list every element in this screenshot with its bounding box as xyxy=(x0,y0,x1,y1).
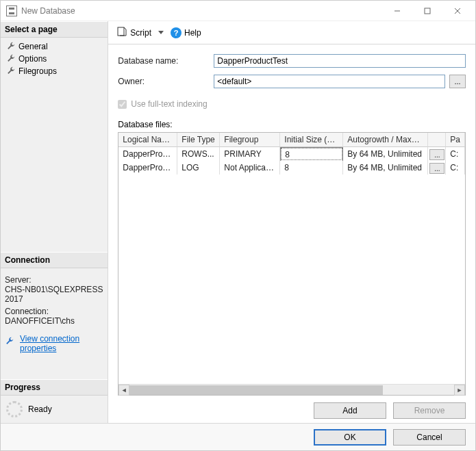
scroll-thumb[interactable] xyxy=(129,385,382,395)
connection-box: Server: CHS-NB01\SQLEXPRESS2017 Connecti… xyxy=(1,268,108,359)
page-list: General Options Filegroups xyxy=(1,38,108,80)
titlebar: New Database xyxy=(1,1,475,21)
col-filegroup[interactable]: Filegroup xyxy=(220,133,280,147)
col-path[interactable]: Pa xyxy=(446,133,465,147)
page-item-label: Options xyxy=(18,54,47,64)
cell-type[interactable]: ROWS... xyxy=(177,147,220,161)
cell-name[interactable]: DapperProd... xyxy=(118,161,177,175)
ok-button[interactable]: OK xyxy=(314,429,386,446)
scroll-track[interactable] xyxy=(129,385,454,395)
cell-type[interactable]: LOG xyxy=(177,161,220,175)
cancel-label: Cancel xyxy=(416,433,442,442)
chevron-down-icon[interactable] xyxy=(158,31,164,34)
right-panel: Script ? Help Database name: Owner: ... … xyxy=(108,21,475,423)
maximize-button[interactable] xyxy=(412,1,442,21)
cell-name[interactable]: DapperProd... xyxy=(118,147,177,161)
cell-filegroup[interactable]: Not Applicable xyxy=(220,161,280,175)
db-name-label: Database name: xyxy=(118,56,214,66)
wrench-icon xyxy=(6,42,16,51)
close-button[interactable] xyxy=(442,1,473,21)
remove-label: Remove xyxy=(414,406,445,415)
server-label: Server: xyxy=(5,275,103,285)
app-icon xyxy=(6,5,17,16)
table-row[interactable]: DapperProd... LOG Not Applicable 8 By 64… xyxy=(118,161,465,175)
view-connection-properties-link[interactable]: View connection properties xyxy=(20,334,103,353)
connection-heading: Connection xyxy=(1,252,108,268)
cell-filegroup[interactable]: PRIMARY xyxy=(220,147,280,161)
connection-value: DANOFFICEIT\chs xyxy=(5,316,103,326)
wrench-icon xyxy=(5,337,14,346)
minimize-button[interactable] xyxy=(382,1,412,21)
cell-grow-button[interactable]: ... xyxy=(428,161,446,175)
progress-spinner-icon xyxy=(6,401,23,417)
cell-path[interactable]: C: xyxy=(446,161,465,175)
cell-size[interactable]: 8 xyxy=(280,147,343,161)
page-item-label: Filegroups xyxy=(18,66,57,76)
scroll-right-arrow-icon[interactable]: ► xyxy=(454,385,465,396)
ok-label: OK xyxy=(344,433,355,442)
remove-button[interactable]: Remove xyxy=(393,402,466,419)
cancel-button[interactable]: Cancel xyxy=(393,429,466,446)
cell-size[interactable]: 8 xyxy=(280,161,343,175)
help-label: Help xyxy=(184,28,201,38)
cell-grow-button[interactable]: ... xyxy=(428,147,446,161)
left-panel: Select a page General Options Filegroups… xyxy=(1,21,108,423)
owner-input[interactable] xyxy=(214,75,445,88)
fulltext-label: Use full-text indexing xyxy=(131,99,207,109)
svg-rect-4 xyxy=(118,27,124,36)
progress-box: Ready xyxy=(1,396,108,423)
help-button[interactable]: ? Help xyxy=(168,26,204,40)
svg-rect-1 xyxy=(425,8,430,14)
cell-path[interactable]: C: xyxy=(446,147,465,161)
cell-grow[interactable]: By 64 MB, Unlimited xyxy=(343,147,428,161)
script-icon xyxy=(116,26,127,39)
col-initial-size[interactable]: Initial Size (MB) xyxy=(280,133,343,147)
col-autogrowth-button xyxy=(428,133,446,147)
table-row[interactable]: DapperProd... ROWS... PRIMARY 8 By 64 MB… xyxy=(118,147,465,161)
progress-status: Ready xyxy=(28,404,52,414)
content-area: Database name: Owner: ... Use full-text … xyxy=(108,44,475,423)
connection-label: Connection: xyxy=(5,307,103,316)
toolbar: Script ? Help xyxy=(108,21,475,44)
help-icon: ? xyxy=(171,27,181,38)
add-label: Add xyxy=(342,406,357,415)
db-name-input[interactable] xyxy=(214,54,466,68)
horizontal-scrollbar[interactable]: ◄ ► xyxy=(118,384,465,395)
table-body: DapperProd... ROWS... PRIMARY 8 By 64 MB… xyxy=(118,147,465,384)
col-autogrowth[interactable]: Autogrowth / Maxsize xyxy=(343,133,428,147)
page-item-label: General xyxy=(18,42,48,51)
progress-heading: Progress xyxy=(1,379,108,396)
col-logical-name[interactable]: Logical Name xyxy=(118,133,177,147)
col-file-type[interactable]: File Type xyxy=(177,133,220,147)
server-value: CHS-NB01\SQLEXPRESS2017 xyxy=(5,285,103,304)
wrench-icon xyxy=(6,66,16,76)
page-item-general[interactable]: General xyxy=(2,40,106,53)
fulltext-checkbox xyxy=(118,100,127,109)
add-button[interactable]: Add xyxy=(314,402,386,419)
owner-label: Owner: xyxy=(118,77,214,86)
database-files-label: Database files: xyxy=(118,120,466,129)
cell-grow[interactable]: By 64 MB, Unlimited xyxy=(343,161,428,175)
script-button[interactable]: Script xyxy=(114,25,154,40)
window-controls xyxy=(382,1,473,21)
page-item-filegroups[interactable]: Filegroups xyxy=(2,65,106,77)
table-header: Logical Name File Type Filegroup Initial… xyxy=(118,133,465,147)
window-title: New Database xyxy=(21,6,382,16)
select-page-heading: Select a page xyxy=(1,21,108,38)
dialog-buttons: OK Cancel xyxy=(1,423,475,450)
scroll-left-arrow-icon[interactable]: ◄ xyxy=(118,385,129,396)
database-files-table: Logical Name File Type Filegroup Initial… xyxy=(118,132,466,396)
page-item-options[interactable]: Options xyxy=(2,53,106,65)
script-label: Script xyxy=(130,28,151,38)
owner-browse-button[interactable]: ... xyxy=(449,75,466,88)
wrench-icon xyxy=(6,54,16,64)
